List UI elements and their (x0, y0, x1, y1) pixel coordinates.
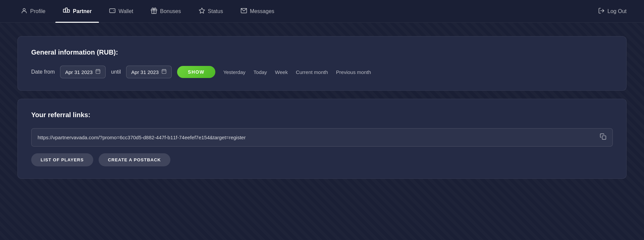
create-postback-button[interactable]: CREATE A POSTBACK (99, 153, 170, 166)
svg-rect-4 (110, 9, 115, 13)
svg-rect-14 (162, 70, 166, 74)
show-button[interactable]: SHOW (177, 66, 215, 78)
svg-marker-7 (199, 8, 205, 13)
referral-url-row: https://vpartnervavada.com/?promo=6cc370… (31, 128, 613, 147)
date-filter-row: Date from Apr 31 2023 until Apr 31 2023 (31, 66, 613, 78)
wallet-icon (109, 7, 116, 15)
filter-previous-month[interactable]: Previous month (336, 69, 371, 75)
quick-filters: Yesterday Today Week Current month Previ… (223, 69, 371, 75)
nav-label-bonuses: Bonuses (160, 8, 181, 14)
logout-icon (598, 7, 605, 15)
svg-rect-3 (67, 10, 69, 12)
general-info-title: General information (RUB): (31, 49, 613, 56)
gift-icon (151, 7, 157, 15)
date-until-input[interactable]: Apr 31 2023 (126, 66, 172, 78)
nav-item-wallet[interactable]: Wallet (102, 0, 141, 23)
filter-current-month[interactable]: Current month (296, 69, 328, 75)
nav-label-wallet: Wallet (118, 8, 133, 14)
nav-item-partner[interactable]: Partner (55, 0, 99, 23)
star-icon (199, 7, 205, 15)
referral-buttons: LIST OF PLAYERS CREATE A POSTBACK (31, 153, 613, 166)
date-until-value: Apr 31 2023 (131, 69, 159, 75)
navigation: Profile Partner Wallet (0, 0, 644, 23)
svg-point-0 (23, 8, 25, 11)
envelope-icon (240, 7, 247, 15)
referral-links-card: Your referral links: https://vpartnervav… (17, 99, 627, 179)
calendar-until-icon (161, 69, 167, 75)
nav-label-status: Status (208, 8, 223, 14)
list-players-button[interactable]: LIST OF PLAYERS (31, 153, 93, 166)
copy-icon[interactable] (600, 133, 606, 142)
nav-item-bonuses[interactable]: Bonuses (143, 0, 188, 23)
referral-title: Your referral links: (31, 111, 613, 119)
nav-item-profile[interactable]: Profile (13, 0, 53, 23)
nav-item-messages[interactable]: Messages (233, 0, 282, 23)
logout-label: Log Out (607, 8, 627, 14)
nav-label-partner: Partner (73, 8, 92, 14)
svg-rect-1 (63, 9, 65, 12)
logout-button[interactable]: Log Out (594, 7, 631, 15)
svg-rect-10 (96, 70, 100, 74)
partner-icon (63, 7, 70, 16)
calendar-from-icon (95, 69, 101, 75)
filter-today[interactable]: Today (254, 69, 267, 75)
nav-items: Profile Partner Wallet (13, 0, 594, 23)
date-from-value: Apr 31 2023 (65, 69, 93, 75)
general-info-card: General information (RUB): Date from Apr… (17, 36, 627, 91)
nav-item-status[interactable]: Status (191, 0, 230, 23)
svg-rect-18 (602, 136, 606, 140)
filter-yesterday[interactable]: Yesterday (223, 69, 246, 75)
until-label: until (111, 69, 121, 75)
filter-week[interactable]: Week (275, 69, 288, 75)
nav-label-messages: Messages (250, 8, 274, 14)
person-icon (21, 7, 28, 15)
main-content: General information (RUB): Date from Apr… (0, 23, 644, 192)
date-from-label: Date from (31, 69, 55, 75)
referral-url: https://vpartnervavada.com/?promo=6cc370… (38, 135, 596, 140)
date-from-input[interactable]: Apr 31 2023 (60, 66, 106, 78)
nav-label-profile: Profile (30, 8, 45, 14)
